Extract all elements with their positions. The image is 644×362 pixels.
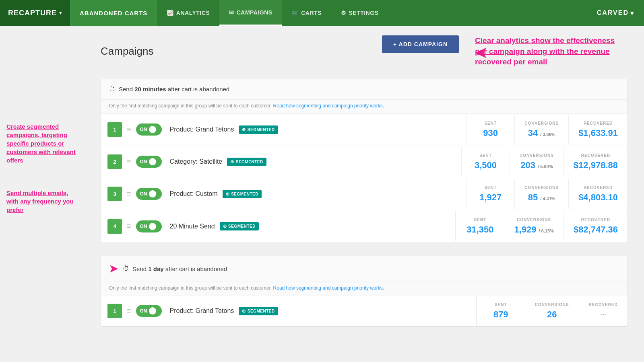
stat-group-3: SENT 1,927 CONVERSIONS 85 / 4.41% RECOVE… — [466, 179, 627, 209]
right-annotation: Clear analytics show the effectiveness p… — [475, 35, 628, 68]
segmented-badge-1: ⊕ SEGMENTED — [239, 125, 278, 134]
row-number-2: 2 — [107, 154, 122, 169]
row-number-1: 1 — [107, 122, 122, 137]
sidebar-annotations: Create segmented campaigns, targeting sp… — [0, 26, 85, 362]
main-content: Campaigns + ADD CAMPAIGN Clear analytics… — [85, 26, 644, 362]
nav-item-campaigns[interactable]: ✉ CAMPAIGNS — [219, 0, 282, 26]
annotation-segmented: Create segmented campaigns, targeting sp… — [6, 122, 78, 165]
stat-recovered-3: RECOVERED $4,803.10 — [568, 179, 627, 209]
seg-icon-4: ⊕ — [223, 224, 227, 229]
clock-icon-2: ⏱ — [123, 265, 129, 272]
toggle-1[interactable]: ON — [136, 123, 162, 136]
analytics-icon: 📈 — [167, 10, 174, 16]
nav-section-label: ABANDONED CARTS — [70, 0, 157, 26]
row-number-3: 3 — [107, 187, 122, 201]
toggle-circle-4 — [149, 223, 156, 230]
segmented-badge-4: ⊕ SEGMENTED — [220, 222, 259, 230]
drag-handle-5[interactable]: ≡ — [122, 307, 136, 315]
seg-icon-2: ⊕ — [230, 159, 234, 165]
drag-handle-2[interactable]: ≡ — [122, 158, 136, 166]
bottom-arrow-indicator: ➤ — [109, 263, 118, 275]
toggle-circle-5 — [149, 307, 156, 315]
nav-item-carts[interactable]: 🛒 CARTS — [282, 0, 331, 26]
campaign-group-2: ➤ ⏱ Send 1 day after cart is abandoned O… — [101, 256, 628, 327]
campaign-name-3: Product: Custom ⊕ SEGMENTED — [162, 190, 466, 198]
campaign-name-2: Category: Satellite ⊕ SEGMENTED — [162, 158, 461, 166]
brand-logo[interactable]: RECAPTURE ▾ — [0, 0, 70, 26]
row-number-5: 1 — [107, 304, 122, 318]
campaign-row-5: 1 ≡ ON Product: Grand Tetons ⊕ SEGMENTED… — [101, 296, 627, 326]
add-campaign-button[interactable]: + ADD CAMPAIGN — [382, 35, 459, 53]
stat-conversions-4: CONVERSIONS 1,929 / 6.15% — [504, 211, 564, 241]
drag-handle-3[interactable]: ≡ — [122, 190, 136, 198]
stat-group-5: SENT 879 CONVERSIONS 26 RECOVERED ... — [476, 296, 627, 326]
stat-group-2: SENT 3,500 CONVERSIONS 203 / 5.80% RECOV… — [461, 147, 627, 177]
group-subtext-2: Only the first matching campaign in this… — [101, 282, 627, 296]
seg-icon-5: ⊕ — [242, 309, 246, 314]
stat-sent-1: SENT 930 — [466, 115, 514, 145]
drag-handle-4[interactable]: ≡ — [122, 222, 136, 230]
nav-item-settings[interactable]: ⚙ SETTINGS — [331, 0, 388, 26]
toggle-5[interactable]: ON — [136, 305, 162, 317]
campaign-row-4: 4 ≡ ON 20 Minute Send ⊕ SEGMENTED SENT — [101, 210, 627, 243]
stat-sent-4: SENT 31,350 — [456, 211, 504, 241]
segmenting-link-1[interactable]: Read how segmenting and campaign priorit… — [273, 103, 384, 109]
group-header-1: ⏱ Send 20 minutes after cart is abandone… — [101, 79, 627, 100]
settings-icon: ⚙ — [341, 10, 347, 16]
toggle-circle-2 — [149, 158, 156, 165]
stat-sent-5: SENT 879 — [477, 296, 525, 326]
page-title: Campaigns — [101, 45, 154, 58]
segmented-badge-2: ⊕ SEGMENTED — [227, 158, 266, 166]
stat-sent-2: SENT 3,500 — [461, 147, 510, 177]
brand-chevron: ▾ — [59, 10, 62, 16]
stat-sent-3: SENT 1,927 — [466, 179, 514, 209]
page-header: Campaigns + ADD CAMPAIGN Clear analytics… — [101, 35, 628, 68]
campaign-name-4: 20 Minute Send ⊕ SEGMENTED — [162, 222, 456, 230]
stat-recovered-4: RECOVERED $82,747.36 — [564, 211, 627, 241]
campaign-row-3: 3 ≡ ON Product: Custom ⊕ SEGMENTED SENT — [101, 178, 627, 210]
stat-group-4: SENT 31,350 CONVERSIONS 1,929 / 6.15% RE… — [455, 211, 627, 241]
row-number-4: 4 — [107, 219, 122, 234]
annotation-multiple-emails: Send multiple emails, with any frequency… — [6, 189, 78, 214]
campaign-row-2: ➤ 2 ≡ ON Category: Satellite ⊕ SEGMENTED — [101, 146, 627, 178]
drag-handle-1[interactable]: ≡ — [122, 125, 136, 134]
stat-conversions-2: CONVERSIONS 203 / 5.80% — [510, 147, 564, 177]
toggle-circle-3 — [149, 190, 156, 197]
stat-conversions-1: CONVERSIONS 34 / 3.66% — [514, 115, 568, 145]
toggle-3[interactable]: ON — [136, 188, 162, 200]
clock-icon: ⏱ — [109, 86, 116, 93]
seg-icon-3: ⊕ — [226, 191, 230, 197]
carts-icon: 🛒 — [292, 10, 299, 16]
campaign-name-5: Product: Grand Tetons ⊕ SEGMENTED — [162, 307, 476, 315]
top-nav: RECAPTURE ▾ ABANDONED CARTS 📈 ANALYTICS … — [0, 0, 644, 26]
segmented-badge-3: ⊕ SEGMENTED — [223, 190, 262, 198]
toggle-4[interactable]: ON — [136, 220, 162, 232]
campaign-name-1: Product: Grand Tetons ⊕ SEGMENTED — [162, 125, 466, 134]
brand-right-chevron: ▾ — [630, 9, 634, 17]
stat-group-1: SENT 930 CONVERSIONS 34 / 3.66% RECOVERE… — [466, 115, 627, 145]
toggle-2[interactable]: ON — [136, 156, 162, 168]
segmented-badge-5: ⊕ SEGMENTED — [239, 307, 278, 315]
nav-item-analytics[interactable]: 📈 ANALYTICS — [157, 0, 219, 26]
seg-icon: ⊕ — [242, 127, 246, 132]
campaigns-icon: ✉ — [229, 9, 234, 16]
stat-conversions-3: CONVERSIONS 85 / 4.41% — [514, 179, 568, 209]
campaign-row-1: ➤ 1 ≡ ON Product: Grand Tetons ⊕ SEGMENT… — [101, 114, 627, 146]
toggle-circle-1 — [149, 126, 156, 133]
stat-recovered-5: RECOVERED ... — [579, 296, 627, 326]
group-subtext-1: Only the first matching campaign in this… — [101, 100, 627, 114]
campaign-group-1: ⏱ Send 20 minutes after cart is abandone… — [101, 79, 628, 243]
nav-brand-right[interactable]: CARVED ▾ — [587, 0, 644, 26]
group-header-2: ➤ ⏱ Send 1 day after cart is abandoned — [101, 256, 627, 282]
stat-conversions-5: CONVERSIONS 26 — [525, 296, 579, 326]
stat-recovered-1: RECOVERED $1,633.91 — [568, 115, 627, 145]
segmenting-link-2[interactable]: Read how segmenting and campaign priorit… — [273, 285, 384, 291]
stat-recovered-2: RECOVERED $12,978.88 — [564, 147, 627, 177]
